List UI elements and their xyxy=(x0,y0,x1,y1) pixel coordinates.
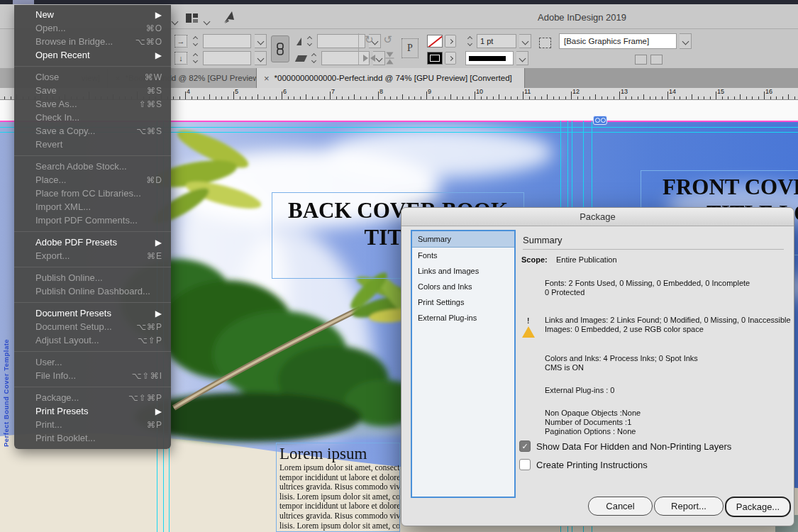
menu-item-save-a-copy: Save a Copy...⌥⌘S xyxy=(14,124,171,138)
colors-summary-line2: CMS is ON xyxy=(545,363,584,372)
close-icon[interactable]: × xyxy=(264,73,270,84)
menu-item-label: Document Setup... xyxy=(35,321,136,332)
shear-stepper[interactable] xyxy=(305,37,314,45)
stroke-swatch[interactable] xyxy=(427,52,443,65)
menu-shortcut: ⌘E xyxy=(147,251,162,261)
ruler-tick xyxy=(276,96,277,99)
menu-item-new[interactable]: New▶ xyxy=(14,8,171,21)
ruler-tick xyxy=(481,96,482,99)
stroke-options-button[interactable] xyxy=(445,52,456,65)
height-stepper[interactable] xyxy=(191,54,199,62)
menu-separator xyxy=(14,155,171,156)
ruler-tick xyxy=(643,94,644,99)
ruler-tick xyxy=(173,96,174,99)
file-menu: New▶Open...⌘OBrowse in Bridge...⌥⌘OOpen … xyxy=(14,5,171,449)
fill-options-button[interactable] xyxy=(445,35,456,48)
menu-item-search-adobe-stock: Search Adobe Stock... xyxy=(14,160,171,173)
width-dropdown[interactable] xyxy=(255,34,267,48)
clear-overrides-icon[interactable] xyxy=(635,55,647,65)
object-style-combo[interactable]: [Basic Graphics Frame] xyxy=(559,33,677,49)
checkbox-checked-icon[interactable]: ✓ xyxy=(519,440,531,452)
menu-shortcut: ⌥⌘S xyxy=(136,126,162,136)
menu-item-label: Open Recent xyxy=(35,50,155,60)
menu-item-document-presets[interactable]: Document Presets▶ xyxy=(14,306,171,320)
skew-stepper[interactable] xyxy=(309,54,318,62)
ruler-number: 6 xyxy=(283,88,287,95)
ruler-tick xyxy=(204,96,204,99)
package-button[interactable]: Package... xyxy=(725,497,791,517)
stroke-style-chevron[interactable] xyxy=(516,51,528,65)
non-opaque-line: Non Opaque Objects :None xyxy=(545,409,641,418)
package-nav-print-settings[interactable]: Print Settings xyxy=(412,294,514,310)
document-tab-3[interactable]: ×*0000000000000-Perfect.indd @ 74% [GPU … xyxy=(257,68,525,88)
body-text-frame[interactable]: Lorem ipsum Lorem ipsum dolor sit amet, … xyxy=(276,443,400,532)
stroke-style-dropdown[interactable] xyxy=(465,51,514,65)
checkbox-unchecked-icon[interactable] xyxy=(519,459,531,470)
stroke-weight-stepper[interactable] xyxy=(465,37,474,45)
menu-item-print-booklet: Print Booklet... xyxy=(14,431,171,445)
ruler-tick xyxy=(752,96,753,99)
package-nav-list: SummaryFontsLinks and ImagesColors and I… xyxy=(411,230,516,498)
ruler-tick xyxy=(559,96,560,99)
width-field[interactable] xyxy=(203,34,251,48)
link-badge-icon[interactable] xyxy=(593,116,607,125)
app-title: Adobe InDesign 2019 xyxy=(538,12,626,23)
break-link-style-icon[interactable] xyxy=(650,55,663,65)
menu-item-print-presets[interactable]: Print Presets▶ xyxy=(14,404,171,418)
menu-item-label: Search Adobe Stock... xyxy=(35,161,162,172)
ruler-number: 14 xyxy=(669,88,676,95)
package-nav-fonts[interactable]: Fonts xyxy=(412,248,514,263)
ruler-tick xyxy=(252,96,253,99)
ruler-tick xyxy=(221,96,222,99)
rotate-cw-icon[interactable]: ↻ xyxy=(365,33,374,46)
menu-item-open-recent[interactable]: Open Recent▶ xyxy=(14,48,171,62)
flip-vertical-icon[interactable] xyxy=(386,52,394,65)
ruler-tick xyxy=(680,96,680,99)
ruler-tick xyxy=(595,94,596,99)
show-hidden-layers-checkbox[interactable]: ✓ Show Data For Hidden and Non-Printing … xyxy=(519,440,731,452)
ruler-number: 13 xyxy=(621,88,628,95)
height-dropdown[interactable] xyxy=(255,51,267,65)
rotate-ccw-icon[interactable]: ↺ xyxy=(384,33,393,46)
height-field[interactable] xyxy=(203,51,251,65)
create-instructions-checkbox[interactable]: Create Printing Instructions xyxy=(519,459,648,470)
package-nav-external-plug-ins[interactable]: External Plug-ins xyxy=(412,310,514,326)
stroke-weight-field[interactable]: 1 pt xyxy=(477,34,516,48)
constrain-proportions-button[interactable] xyxy=(271,35,289,62)
ruler-tick xyxy=(462,96,463,99)
chevron-down-icon[interactable] xyxy=(172,14,177,27)
ruler-number: 12 xyxy=(572,88,580,95)
divider xyxy=(358,33,359,65)
ruler-tick xyxy=(179,96,180,99)
menu-item-publish-online-dashboard: Publish Online Dashboard... xyxy=(14,284,171,298)
ruler-tick xyxy=(185,92,186,99)
menu-item-adobe-pdf-presets[interactable]: Adobe PDF Presets▶ xyxy=(14,235,171,249)
package-nav-links-and-images[interactable]: Links and Images xyxy=(412,263,514,279)
screen-mode-icon[interactable] xyxy=(186,13,198,23)
ruler-tick xyxy=(450,94,451,99)
stroke-weight-dropdown[interactable] xyxy=(519,34,531,48)
scope-label: Scope: xyxy=(521,255,548,265)
menu-item-label: New xyxy=(35,9,155,20)
fonts-summary-line1: Fonts: 2 Fonts Used, 0 Missing, 0 Embedd… xyxy=(545,279,750,288)
fill-swatch-none[interactable] xyxy=(427,35,443,48)
width-stepper[interactable] xyxy=(191,37,199,45)
checkbox-label: Show Data For Hidden and Non-Printing La… xyxy=(536,441,731,452)
ruler-tick xyxy=(499,94,499,99)
chevron-down-icon[interactable] xyxy=(204,14,209,27)
cancel-button[interactable]: Cancel xyxy=(588,497,653,516)
package-nav-colors-and-inks[interactable]: Colors and Inks xyxy=(412,279,514,294)
publish-rocket-icon[interactable] xyxy=(221,9,238,26)
object-style-chevron[interactable] xyxy=(680,33,692,49)
ruler-tick xyxy=(306,94,306,99)
select-container-icon[interactable]: P xyxy=(401,38,419,58)
menu-shortcut: ⌥⌘P xyxy=(136,322,162,332)
package-nav-summary[interactable]: Summary xyxy=(412,231,514,248)
lorem-body: Lorem ipsum dolor sit amet, consecttempo… xyxy=(279,463,397,532)
ruler-tick xyxy=(300,96,301,99)
flip-horizontal-icon[interactable] xyxy=(363,54,375,62)
skew-field[interactable] xyxy=(321,51,370,65)
report-button[interactable]: Report... xyxy=(654,497,724,516)
ruler-tick xyxy=(547,94,548,99)
menu-item-file-info: File Info...⌥⇧⌘I xyxy=(14,369,171,382)
